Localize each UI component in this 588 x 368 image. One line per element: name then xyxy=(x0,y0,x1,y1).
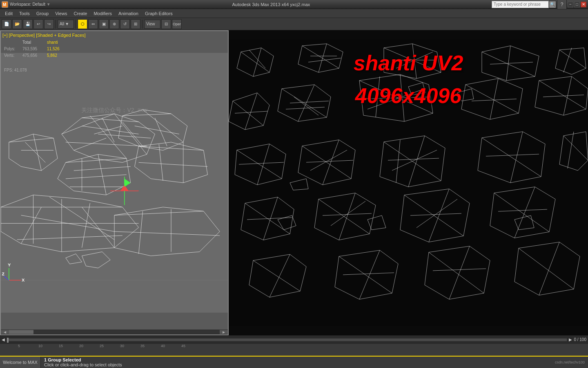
svg-text:M: M xyxy=(3,2,6,7)
transform-tool[interactable]: ⊕ xyxy=(109,19,119,29)
status-center: 1 Group Selected Click or click-and-drag… xyxy=(41,357,236,368)
timeline-thumb[interactable] xyxy=(7,338,9,343)
frame-display: 0 / 100 xyxy=(574,337,586,342)
menu-graph-editors[interactable]: Graph Editors xyxy=(142,10,176,17)
filter-dropdown[interactable]: All▼ xyxy=(58,20,74,29)
svg-text:Z: Z xyxy=(2,272,4,276)
ruler-20: 20 xyxy=(79,344,83,348)
watermark: 关注微信公众号：V2_zxw xyxy=(81,107,147,114)
uv-subtitle: 4096x4096 xyxy=(355,83,461,108)
welcome-area: Welcome to MAX xyxy=(0,357,41,368)
open-extra[interactable]: Oper xyxy=(172,19,182,29)
watermark-text: csdn.net/techv100 xyxy=(555,360,585,364)
frame-prev-btn[interactable]: ◀ xyxy=(2,337,5,342)
rect-select[interactable]: ▣ xyxy=(99,19,109,29)
timeline-slider[interactable] xyxy=(7,338,567,341)
svg-text:Y: Y xyxy=(8,263,11,267)
main-area: [+] [Perspective] [Shaded + Edged Faces]… xyxy=(0,30,588,335)
titlebar: M Workspace: Default ▼ Autodesk 3ds Max … xyxy=(0,0,588,9)
viewport-mesh: X Y Z xyxy=(1,31,228,334)
select-tool[interactable]: ⬡ xyxy=(78,19,87,29)
ruler-30: 30 xyxy=(120,344,124,348)
menu-create[interactable]: Create xyxy=(70,10,90,17)
move-tool[interactable]: ⇔ xyxy=(88,19,98,29)
snap-icon[interactable]: ⊟ xyxy=(161,19,171,29)
new-button[interactable]: 📄 xyxy=(2,19,11,29)
ruler-10: 10 xyxy=(38,344,42,348)
separator2 xyxy=(76,20,76,29)
uv-mesh xyxy=(229,30,588,335)
minimize-button[interactable]: − xyxy=(568,2,573,7)
open-button[interactable]: 📂 xyxy=(12,19,22,29)
rotate-tool[interactable]: ↺ xyxy=(120,19,130,29)
menu-tools[interactable]: Tools xyxy=(16,10,33,17)
redo-button[interactable]: ↪ xyxy=(44,19,54,29)
separator1 xyxy=(56,20,56,29)
viewport-stats: Total shanti Polys: 763,595 11,526 Verts… xyxy=(4,39,60,59)
ruler-25: 25 xyxy=(100,344,104,348)
menu-views[interactable]: Views xyxy=(52,10,70,17)
undo-button[interactable]: ↩ xyxy=(33,19,43,29)
svg-text:X: X xyxy=(22,278,24,282)
menu-group[interactable]: Group xyxy=(33,10,52,17)
view-dropdown[interactable]: View xyxy=(144,20,160,29)
restore-button[interactable]: □ xyxy=(574,2,580,7)
titlebar-title: Autodesk 3ds Max 2013 x64 yxcj2.max xyxy=(51,2,492,7)
timeline-track[interactable]: ◀ ▶ 0 / 100 xyxy=(0,336,588,344)
save-button[interactable]: 💾 xyxy=(23,19,33,29)
ruler-45: 45 xyxy=(181,344,185,348)
uv-title: shanti UV2 xyxy=(354,51,463,75)
search-input[interactable] xyxy=(492,1,549,8)
viewport-label: [+] [Perspective] [Shaded + Edged Faces] xyxy=(2,33,86,38)
search-area: 🔍 xyxy=(492,1,556,8)
menubar: Edit Tools Group Views Create Modifiers … xyxy=(0,9,588,18)
search-button[interactable]: 🔍 xyxy=(549,1,556,8)
svg-rect-2 xyxy=(1,53,228,312)
frame-next-btn[interactable]: ▶ xyxy=(569,337,572,342)
horizontal-scrollbar[interactable]: ◀ ▶ xyxy=(1,330,228,334)
fps-display: FPS: 41.078 xyxy=(4,68,27,72)
help-icon[interactable]: ? xyxy=(557,0,567,9)
close-button[interactable]: ✕ xyxy=(581,2,586,7)
ruler-40: 40 xyxy=(161,344,165,348)
right-viewport[interactable]: shanti UV2 4096x4096 xyxy=(229,30,588,335)
statusbar: Welcome to MAX 1 Group Selected Click or… xyxy=(0,356,588,368)
status-right: csdn.net/techv100 xyxy=(236,357,588,368)
ruler-15: 15 xyxy=(59,344,63,348)
titlebar-left: M Workspace: Default ▼ xyxy=(2,1,51,8)
menu-edit[interactable]: Edit xyxy=(2,10,16,17)
toolbar: 📄 📂 💾 ↩ ↪ All▼ ⬡ ⇔ ▣ ⊕ ↺ ⊞ View ⊟ Oper xyxy=(0,18,588,30)
left-viewport[interactable]: [+] [Perspective] [Shaded + Edged Faces]… xyxy=(0,30,229,335)
hint-text: Click or click-and-drag to select object… xyxy=(44,362,233,367)
titlebar-controls: 🔍 ? − □ ✕ xyxy=(492,0,586,9)
svg-rect-66 xyxy=(229,40,588,326)
workspace-label: Workspace: Default ▼ xyxy=(10,2,51,7)
menu-modifiers[interactable]: Modifiers xyxy=(90,10,115,17)
separator3 xyxy=(142,20,143,29)
timeline-area: ◀ ▶ 0 / 100 5 10 15 20 25 30 35 40 45 xyxy=(0,335,588,356)
timeline-ruler: 5 10 15 20 25 30 35 40 45 xyxy=(0,344,588,356)
ruler-35: 35 xyxy=(140,344,145,348)
menu-animation[interactable]: Animation xyxy=(115,10,142,17)
app-icon: M xyxy=(2,1,8,8)
welcome-text: Welcome to MAX xyxy=(3,360,38,365)
ruler-5: 5 xyxy=(18,344,20,348)
scale-tool[interactable]: ⊞ xyxy=(131,19,140,29)
selection-status: 1 Group Selected xyxy=(44,357,233,362)
